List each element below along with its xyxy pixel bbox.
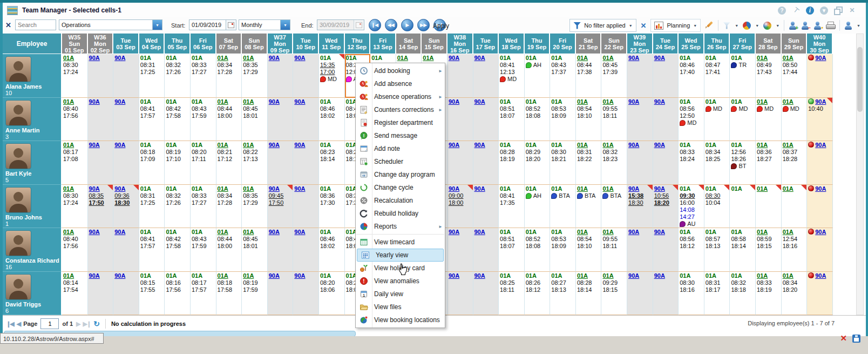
schedule-cell[interactable]: 90A [653, 98, 679, 142]
filter-select[interactable]: No filter applied ▼ [569, 19, 636, 32]
day-program-code[interactable]: 01A [526, 55, 537, 61]
schedule-cell[interactable]: 90A [268, 98, 294, 142]
schedule-cell[interactable]: 01A08:5418:10 [576, 228, 602, 272]
day-program-code[interactable]: 90A [449, 142, 459, 148]
schedule-cell[interactable]: 90A [268, 272, 294, 316]
day-program-code[interactable]: 01A [551, 272, 562, 279]
day-program-code[interactable]: 01A [757, 98, 768, 105]
day-program-code[interactable]: 90A [269, 142, 280, 148]
schedule-cell[interactable]: 90A [447, 54, 473, 98]
day-program-code[interactable]: 90A [114, 98, 125, 105]
schedule-cell[interactable]: 01A08:5017:44 [782, 54, 808, 98]
schedule-cell[interactable]: 01AMD [730, 98, 756, 142]
day-program-code[interactable]: 90A [89, 229, 100, 235]
menu-item-view-booking-locations[interactable]: View booking locations [356, 313, 445, 326]
day-column-header[interactable]: W38Mon16 Sep [447, 34, 473, 54]
day-program-code[interactable]: 01A [602, 229, 613, 235]
day-column-header[interactable]: W35Sun01 Sep [62, 34, 88, 54]
day-program-code[interactable]: 01A [551, 98, 562, 105]
day-program-code[interactable]: 01A [757, 229, 768, 235]
filter-tools-icon[interactable] [723, 22, 730, 29]
day-program-code[interactable]: 01A [320, 185, 331, 192]
day-program-code[interactable]: 01A [320, 272, 331, 279]
day-program-code[interactable]: 90A [114, 272, 125, 279]
day-column-header[interactable]: Tue03 Sep [113, 34, 139, 54]
day-program-code[interactable]: 01A [731, 272, 742, 279]
schedule-cell[interactable]: 01A08:5612:50MD [679, 98, 704, 142]
schedule-cell[interactable]: 01A12:5418:16 [782, 228, 808, 272]
menu-item-change-day-program[interactable]: Change day program [356, 168, 445, 181]
day-program-code[interactable]: 90A [474, 229, 485, 235]
day-program-code[interactable]: 01A [551, 185, 562, 192]
day-program-code[interactable]: 01A [602, 55, 613, 61]
schedule-cell[interactable]: 90A [113, 98, 139, 142]
schedule-cell[interactable]: 90A [447, 272, 473, 316]
day-program-code[interactable]: 01A [500, 55, 511, 61]
schedule-cell[interactable]: 90A [627, 141, 653, 185]
schedule-cell[interactable]: 01A08:4617:40 [679, 54, 704, 98]
schedule-cell[interactable]: 01A09:5518:11 [601, 98, 627, 142]
schedule-cell[interactable]: 01A08:3318:24 [679, 141, 704, 185]
menu-item-add-note[interactable]: Add note [356, 142, 445, 155]
employee-search-icon[interactable] [844, 22, 852, 30]
day-program-code[interactable]: 01A [577, 229, 588, 235]
schedule-cell[interactable]: 90A [293, 185, 319, 229]
schedule-cell[interactable]: 01A08:2818:14 [576, 272, 602, 316]
schedule-cell[interactable]: 01AAH [525, 54, 551, 98]
menu-item-view-anomalies[interactable]: !View anomalies [356, 275, 445, 288]
schedule-cell[interactable]: 01A08:3317:27 [191, 185, 216, 229]
day-program-code[interactable]: 01A [602, 142, 613, 148]
menu-item-scheduler[interactable]: Scheduler [356, 155, 445, 168]
prev-period-button[interactable]: ◀◀ [385, 19, 397, 31]
day-program-code[interactable]: 90A [449, 229, 459, 235]
period-select[interactable]: Monthly ▼ [239, 19, 290, 30]
day-program-code[interactable]: 01A [706, 229, 716, 235]
day-program-code[interactable]: 01A [63, 142, 74, 148]
schedule-cell[interactable]: 01A08:3117:25 [139, 54, 165, 98]
day-program-code[interactable]: 01A [680, 142, 690, 148]
schedule-cell[interactable]: 01ABTA [601, 185, 627, 229]
day-column-header[interactable]: Thu19 Sep [525, 34, 551, 54]
day-program-code[interactable]: 01A [680, 272, 690, 279]
schedule-cell[interactable]: 01A08:4418:00 [216, 98, 242, 142]
day-program-code[interactable]: 01A [166, 142, 177, 148]
day-program-code[interactable]: 01A [320, 55, 331, 61]
prev-page-button[interactable]: ◀ [17, 320, 20, 328]
day-column-header[interactable]: Fri13 Sep [370, 34, 396, 54]
schedule-cell[interactable]: 01A08:2918:20 [525, 141, 551, 185]
schedule-cell[interactable]: 01A08:2017:11 [191, 141, 216, 185]
schedule-cell[interactable]: 01A08:3017:24 [62, 185, 88, 229]
day-program-code[interactable]: 01A [397, 55, 408, 61]
schedule-cell[interactable]: 90A [447, 98, 473, 142]
day-column-header[interactable]: Fri27 Sep [730, 34, 756, 54]
schedule-cell[interactable]: 90A [807, 228, 833, 272]
schedule-cell[interactable]: 01A08:4618:02 [319, 228, 345, 272]
schedule-cell[interactable]: 01A08:4017:56 [62, 98, 88, 142]
schedule-cell[interactable]: 01A08:4317:59 [191, 228, 216, 272]
schedule-cell[interactable]: 90A [627, 98, 653, 142]
schedule-cell[interactable]: 90A15:3818:30 [627, 185, 653, 229]
day-program-code[interactable]: 90A [628, 185, 639, 192]
schedule-cell[interactable]: 01A08:4117:35 [499, 185, 525, 229]
day-program-code[interactable]: 90A [474, 55, 485, 61]
schedule-cell[interactable]: 01A08:3217:26 [165, 54, 191, 98]
department-select[interactable]: Operations ▼ [59, 19, 162, 30]
day-program-code[interactable]: 90A [89, 55, 100, 61]
schedule-cell[interactable]: 01A08:3218:18 [730, 272, 756, 316]
day-program-code[interactable]: 01A [218, 185, 228, 192]
day-program-code[interactable]: 90A [449, 55, 459, 61]
add-employee-icon[interactable]: + [789, 22, 797, 30]
day-program-code[interactable]: 01A [680, 229, 690, 235]
day-program-code[interactable]: 01A [706, 55, 716, 61]
schedule-cell[interactable]: 01A08:5218:08 [525, 228, 551, 272]
day-program-code[interactable]: 01A [63, 229, 74, 235]
schedule-cell[interactable]: 01A08:2818:19 [499, 141, 525, 185]
day-program-code[interactable]: 01A [680, 98, 690, 105]
day-program-code[interactable]: 90A [474, 98, 485, 105]
day-column-header[interactable]: Wed18 Sep [499, 34, 525, 54]
schedule-cell[interactable]: 01A08:5318:09 [550, 98, 576, 142]
menu-item-change-cycle[interactable]: Change cycle [356, 181, 445, 194]
save-icon[interactable] [852, 335, 860, 343]
schedule-cell[interactable]: 01A08:5418:10 [576, 98, 602, 142]
schedule-cell[interactable]: 90A [88, 141, 114, 185]
